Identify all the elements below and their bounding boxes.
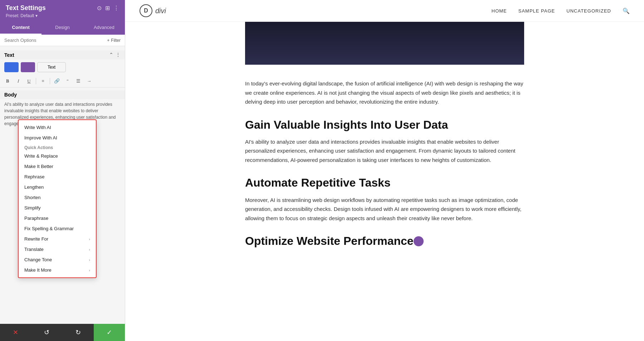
dropdown-label-simplify: Simplify bbox=[24, 205, 41, 211]
logo-letter: D bbox=[144, 8, 148, 14]
dropdown-label-fix-spelling: Fix Spelling & Grammar bbox=[24, 226, 74, 231]
dropdown-label-quick-actions: Quick Actions bbox=[24, 145, 53, 150]
more-options-icon[interactable]: ⋮ bbox=[113, 5, 119, 11]
toolbar-icon-2[interactable]: 𝐼 bbox=[14, 76, 23, 86]
site-nav: HOME SAMPLE PAGE UNCATEGORIZED 🔍 bbox=[492, 8, 630, 14]
panel-bottom-bar: ✕ ↺ ↻ ✓ bbox=[0, 324, 125, 341]
redo-button[interactable]: ↻ bbox=[63, 324, 94, 341]
dropdown-label-rephrase: Rephrase bbox=[24, 174, 44, 179]
color-btn-purple[interactable] bbox=[21, 62, 35, 72]
chevron-right-change-tone: › bbox=[89, 258, 90, 262]
body-section-title: Body bbox=[4, 92, 17, 98]
panel-body: Text ⌃ ⋮ Text 𝐁 𝐼 U ≡ 🔗 " ☰ → B bbox=[0, 46, 125, 324]
confirm-button[interactable]: ✓ bbox=[94, 324, 125, 341]
toolbar-icon-1[interactable]: 𝐁 bbox=[3, 76, 12, 86]
dropdown-item-rewrite-for[interactable]: Rewrite For › bbox=[19, 234, 96, 244]
toolbar-icon-link[interactable]: 🔗 bbox=[52, 76, 62, 86]
dropdown-item-rephrase[interactable]: Rephrase bbox=[19, 172, 96, 182]
text-section-header: Text ⌃ ⋮ bbox=[0, 50, 125, 59]
nav-item-sample-page[interactable]: SAMPLE PAGE bbox=[518, 8, 555, 14]
dropdown-item-paraphrase[interactable]: Paraphrase bbox=[19, 213, 96, 223]
article-intro: In today's ever-evolving digital landsca… bbox=[245, 79, 524, 107]
dropdown-item-improve-with-ai[interactable]: Improve With AI bbox=[19, 133, 96, 143]
dropdown-item-make-more[interactable]: Make It More › bbox=[19, 265, 96, 275]
filter-button[interactable]: + Filter bbox=[107, 38, 121, 43]
search-bar: + Filter bbox=[0, 35, 125, 46]
tab-content[interactable]: Content bbox=[0, 21, 42, 35]
dropdown-label-improve-with-ai: Improve With AI bbox=[24, 135, 57, 140]
focus-icon[interactable]: ⊙ bbox=[97, 5, 102, 11]
cancel-icon: ✕ bbox=[13, 328, 18, 336]
article-body: In today's ever-evolving digital landsca… bbox=[245, 79, 524, 248]
content-area-wrapper: In today's ever-evolving digital landsca… bbox=[125, 22, 644, 275]
dropdown-item-simplify[interactable]: Simplify bbox=[19, 203, 96, 213]
dropdown-label-make-better: Make It Better bbox=[24, 164, 53, 169]
redo-icon: ↻ bbox=[75, 328, 81, 336]
color-row: Text bbox=[0, 59, 125, 75]
nav-search-icon[interactable]: 🔍 bbox=[623, 8, 630, 14]
dropdown-label-shorten: Shorten bbox=[24, 195, 41, 200]
left-panel: Text Settings ⊙ ⊞ ⋮ Preset: Default ▾ Co… bbox=[0, 0, 125, 341]
filter-plus-icon: + bbox=[107, 38, 109, 43]
text-format-btn[interactable]: Text bbox=[37, 62, 66, 72]
confirm-icon: ✓ bbox=[107, 328, 112, 336]
dropdown-label-change-tone: Change Tone bbox=[24, 257, 52, 262]
dropdown-item-translate[interactable]: Translate › bbox=[19, 244, 96, 254]
toolbar-icon-3[interactable]: U bbox=[24, 76, 34, 86]
article-heading-1: Gain Valuable Insights Into User Data bbox=[245, 118, 524, 132]
article-heading-2: Automate Repetitive Tasks bbox=[245, 176, 524, 189]
chevron-right-make-more: › bbox=[89, 268, 90, 272]
nav-item-home[interactable]: HOME bbox=[492, 8, 507, 14]
tab-advanced[interactable]: Advanced bbox=[83, 21, 125, 35]
color-btn-blue[interactable] bbox=[4, 62, 19, 72]
dropdown-label-write-with-ai: Write With AI bbox=[24, 125, 51, 130]
toolbar-icon-indent[interactable]: → bbox=[84, 76, 94, 86]
filter-label: Filter bbox=[111, 38, 121, 43]
text-section-title: Text bbox=[4, 52, 14, 58]
panel-tabs: Content Design Advanced bbox=[0, 21, 125, 35]
toolbar-icon-quote[interactable]: " bbox=[63, 76, 72, 86]
dropdown-item-make-better[interactable]: Make It Better bbox=[19, 161, 96, 172]
body-section-header: Body bbox=[0, 90, 125, 99]
panel-header: Text Settings ⊙ ⊞ ⋮ Preset: Default ▾ bbox=[0, 0, 125, 21]
heading-3-text: Optimize Website Performance bbox=[245, 234, 414, 247]
toolbar-icon-list[interactable]: ☰ bbox=[74, 76, 83, 86]
dropdown-menu: Write With AI Improve With AI Quick Acti… bbox=[18, 119, 97, 278]
dropdown-item-change-tone[interactable]: Change Tone › bbox=[19, 254, 96, 265]
undo-icon: ↺ bbox=[44, 328, 49, 336]
dropdown-item-write-with-ai[interactable]: Write With AI bbox=[19, 122, 96, 133]
search-input[interactable] bbox=[4, 38, 107, 43]
dropdown-item-write-replace[interactable]: Write & Replace bbox=[19, 151, 96, 161]
dropdown-item-fix-spelling[interactable]: Fix Spelling & Grammar bbox=[19, 223, 96, 234]
dropdown-section-quick-actions: Quick Actions bbox=[19, 143, 96, 151]
content-area: In today's ever-evolving digital landsca… bbox=[231, 79, 538, 275]
toolbar-icon-align[interactable]: ≡ bbox=[38, 76, 48, 86]
chevron-right-translate: › bbox=[89, 247, 90, 252]
site-logo: D divi bbox=[140, 4, 166, 17]
preset-label[interactable]: Preset: Default ▾ bbox=[6, 13, 119, 18]
dropdown-label-lengthen: Lengthen bbox=[24, 184, 44, 190]
nav-item-uncategorized[interactable]: UNCATEGORIZED bbox=[566, 8, 611, 14]
tab-design[interactable]: Design bbox=[42, 21, 83, 35]
chevron-right-rewrite: › bbox=[89, 237, 90, 241]
toolbar-divider-1 bbox=[36, 78, 36, 84]
dropdown-item-lengthen[interactable]: Lengthen bbox=[19, 182, 96, 192]
dropdown-item-shorten[interactable]: Shorten bbox=[19, 192, 96, 203]
cancel-button[interactable]: ✕ bbox=[0, 324, 31, 341]
dropdown-label-rewrite-for: Rewrite For bbox=[24, 236, 48, 242]
dropdown-label-translate: Translate bbox=[24, 247, 44, 252]
columns-icon[interactable]: ⊞ bbox=[105, 5, 110, 11]
article-para-1: AI's ability to analyze user data and in… bbox=[245, 137, 524, 165]
article-heading-3: Optimize Website Performance bbox=[245, 234, 524, 248]
panel-title: Text Settings bbox=[6, 4, 46, 12]
collapse-icon[interactable]: ⌃ bbox=[109, 52, 113, 58]
logo-text: divi bbox=[155, 7, 166, 15]
panel-header-icons: ⊙ ⊞ ⋮ bbox=[97, 5, 119, 11]
toolbar-row: 𝐁 𝐼 U ≡ 🔗 " ☰ → bbox=[0, 75, 125, 88]
dropdown-label-paraphrase: Paraphrase bbox=[24, 216, 48, 221]
text-section-more-icon[interactable]: ⋮ bbox=[116, 52, 121, 58]
toolbar-divider-2 bbox=[50, 78, 50, 84]
site-header: D divi HOME SAMPLE PAGE UNCATEGORIZED 🔍 bbox=[125, 0, 644, 22]
dropdown-label-write-replace: Write & Replace bbox=[24, 153, 58, 159]
undo-button[interactable]: ↺ bbox=[31, 324, 62, 341]
